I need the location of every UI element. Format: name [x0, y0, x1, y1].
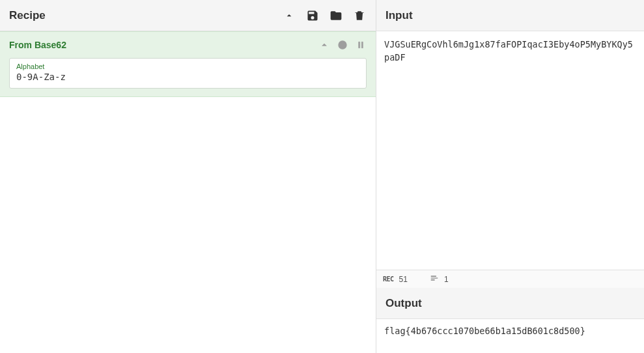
recipe-title: Recipe [9, 9, 46, 22]
pause-icon[interactable] [355, 39, 367, 51]
trash-icon[interactable] [352, 8, 367, 23]
folder-icon[interactable] [329, 8, 343, 23]
output-header: Output [376, 288, 644, 319]
save-icon[interactable] [305, 8, 320, 23]
line-count: 1 [444, 275, 449, 284]
operation-title: From Base62 [9, 40, 66, 50]
output-textarea[interactable] [376, 319, 644, 353]
recipe-panel: Recipe From Base62 [0, 0, 376, 353]
chevron-up-icon[interactable] [282, 8, 296, 23]
rec-indicator: REC [383, 275, 394, 283]
char-count: 51 [399, 275, 408, 284]
operation-controls [318, 39, 367, 51]
app-root: Recipe From Base62 [0, 0, 644, 353]
chevron-up-icon[interactable] [318, 39, 330, 51]
operation-field-alphabet[interactable]: Alphabet [9, 58, 367, 89]
disable-icon[interactable] [337, 39, 348, 51]
output-title: Output [385, 297, 422, 310]
recipe-body[interactable]: From Base62 Alph [0, 31, 376, 353]
input-panel: Input REC 51 1 [376, 0, 644, 288]
output-panel: Output [376, 288, 644, 353]
right-panel: Input REC 51 1 Output [376, 0, 644, 353]
alphabet-input[interactable] [16, 70, 359, 82]
input-textarea[interactable] [376, 31, 644, 270]
operation-from-base62[interactable]: From Base62 Alph [0, 31, 376, 97]
field-label-alphabet: Alphabet [16, 63, 359, 70]
input-title: Input [385, 9, 413, 22]
operation-header: From Base62 [0, 32, 376, 58]
status-bar: REC 51 1 [376, 270, 644, 288]
recipe-header: Recipe [0, 0, 376, 31]
lines-icon [430, 274, 439, 285]
input-header: Input [376, 0, 644, 31]
